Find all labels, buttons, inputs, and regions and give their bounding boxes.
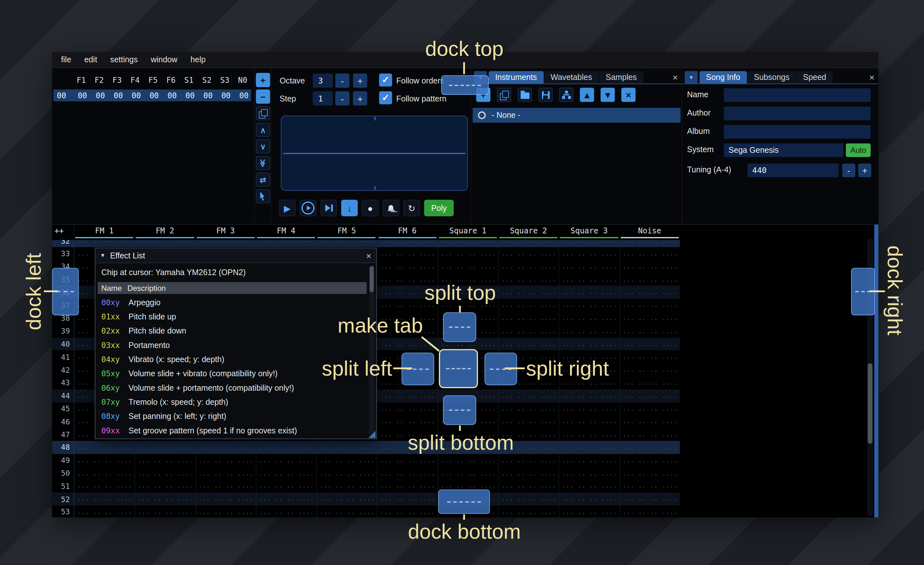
split-bottom-connector [459,426,461,431]
split-left-label: split left [322,357,392,380]
make-tab-label: make tab [338,314,423,337]
dock-bottom-target[interactable] [438,490,490,514]
dock-right-connector [870,290,885,293]
dock-top-target[interactable] [441,75,489,95]
split-top-connector [459,306,461,313]
dock-top-label: dock top [425,37,503,60]
split-right-connector [505,368,525,370]
dock-top-connector [463,62,465,74]
dock-left-connector [44,290,58,293]
dock-left-label: dock left [22,253,45,330]
split-right-label: split right [526,357,609,380]
split-bottom-label: split bottom [408,431,514,455]
split-top-target[interactable] [443,313,476,342]
split-top-label: split top [424,281,496,305]
dock-right-label: dock right [883,246,907,335]
dock-bottom-connector [463,514,465,520]
make-tab-connector [421,336,440,352]
split-bottom-target[interactable] [443,395,476,425]
dock-bottom-label: dock bottom [408,520,521,544]
make-tab-target[interactable] [439,349,478,388]
desktop-background: fileeditsettingswindowhelp F1F2F3F4F5F6S… [0,0,924,565]
docking-overlay: dock top split top make tab split left s… [0,0,924,565]
split-left-connector [393,368,412,370]
